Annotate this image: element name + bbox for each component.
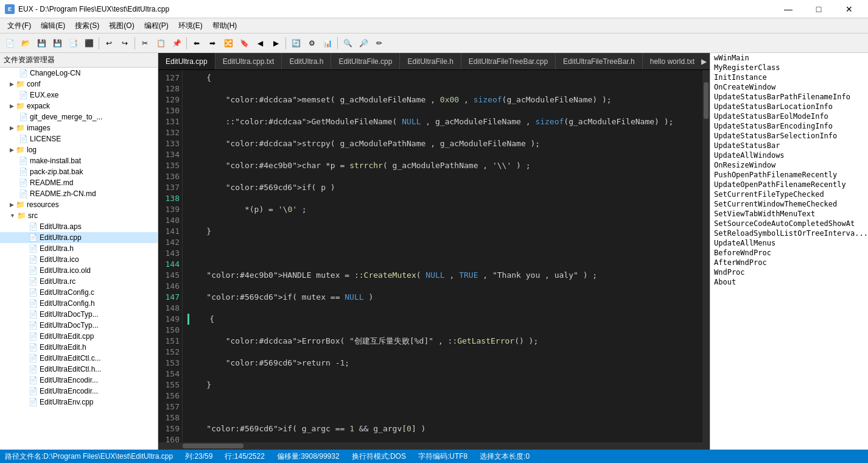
tree-item[interactable]: 📄 EditUltraConfig.h [0,298,158,309]
menu-item[interactable]: 搜索(S) [70,18,104,33]
h-scrollbar[interactable] [158,442,710,450]
tree-item[interactable]: 📄 EditUltraConfig.c [0,287,158,298]
toolbar-save[interactable]: 💾 [34,36,49,51]
symbol-item[interactable]: BeforeWndProc [710,248,868,258]
toolbar-copy[interactable]: 📋 [153,36,168,51]
symbol-item[interactable]: About [710,277,868,287]
tree-item[interactable]: ▼📁 src [0,210,158,221]
toolbar-btn13[interactable]: 🔖 [237,36,251,51]
tree-item[interactable]: 📄 README.zh-CN.md [0,188,158,199]
tree-item[interactable]: 📄 EditUltraEditCtl.c... [0,353,158,364]
symbol-item[interactable]: UpdateAllMenus [710,238,868,248]
tree-item[interactable]: 📄 make-install.bat [0,155,158,166]
tree-item[interactable]: 📄 pack-zip.bat.bak [0,166,158,177]
tabs-scroll-right[interactable]: ▶ [698,53,710,70]
symbol-item[interactable]: InitInstance [710,72,868,82]
h-scroll-thumb[interactable] [183,444,243,448]
tree-item[interactable]: 📄 README.md [0,177,158,188]
tree-item[interactable]: ▶📁 conf [0,79,158,90]
tree-item[interactable]: 📄 EditUltraEncodir... [0,375,158,386]
toolbar-btn5[interactable]: 📑 [66,36,80,51]
symbol-item[interactable]: UpdateStatusBar [710,141,868,150]
tree-item[interactable]: 📄 LICENSE [0,133,158,144]
toolbar-open[interactable]: 📂 [18,36,33,51]
symbol-item[interactable]: UpdateStatusBarLocationInfo [710,102,868,111]
toolbar-btn11[interactable]: ➡ [205,36,220,51]
tab[interactable]: EditUltra.h [282,53,331,69]
toolbar-new[interactable]: 📄 [2,36,17,51]
toolbar-btn6[interactable]: ⬛ [82,36,96,51]
toolbar-cut[interactable]: ✂ [138,36,152,51]
toolbar-btn14[interactable]: ◀ [253,36,267,51]
toolbar-highlight[interactable]: ✏ [372,36,387,51]
symbol-item[interactable]: UpdateStatusBarEncodingInfo [710,121,868,131]
tree-item[interactable]: ▶📁 resources [0,199,158,210]
symbol-item[interactable]: SetSourceCodeAutoCompletedShowAt [710,219,868,228]
menu-item[interactable]: 编辑(E) [36,18,70,33]
symbol-item[interactable]: UpdateOpenPathFilenameRecently [710,180,868,189]
tab[interactable]: EditUltraFile.h [400,53,461,69]
tree-item[interactable]: 📄 git_deve_merge_to_... [0,111,158,122]
symbol-item[interactable]: OnResizeWindow [710,160,868,170]
toolbar-save-all[interactable]: 💾 [50,36,65,51]
tree-item[interactable]: 📄 EditUltra.cpp [0,232,158,243]
code-content[interactable]: { "color:#dcdcaa">memset( g_acModuleFile… [183,70,702,442]
tab[interactable]: EditUltraFileTreeBar.cpp [461,53,556,69]
tree-item[interactable]: ▶📁 expack [0,101,158,111]
toolbar-btn18[interactable]: 📊 [320,36,335,51]
tree-item[interactable]: 📄 EUX.exe [0,90,158,101]
toolbar-btn15[interactable]: ▶ [268,36,283,51]
symbol-item[interactable]: UpdateAllWindows [710,150,868,160]
menu-item[interactable]: 视图(O) [104,18,139,33]
symbol-item[interactable]: WndProc [710,267,868,277]
tab[interactable]: EditUltraFile.cpp [331,53,400,69]
symbol-item[interactable]: SetCurrentFileTypeChecked [710,189,868,199]
tree-item[interactable]: 📄 EditUltra.aps [0,221,158,232]
tab[interactable]: EditUltra.cpp.txt [215,53,282,69]
tree-item[interactable]: 📄 EditUltraEnv.cpp [0,397,158,408]
symbol-item[interactable]: AfterWndProc [710,258,868,267]
toolbar-btn10[interactable]: ⬅ [189,36,204,51]
symbol-item[interactable]: UpdateStatusBarSelectionInfo [710,131,868,141]
toolbar-find-next[interactable]: 🔎 [356,36,371,51]
tree-item[interactable]: 📄 EditUltra.h [0,243,158,254]
toolbar-redo[interactable]: ↪ [117,36,132,51]
tree-item[interactable]: 📄 EditUltra.rc [0,276,158,287]
tab[interactable]: EditUltraFileTreeBar.h [556,53,643,69]
symbol-item[interactable]: SetReloadSymbolListOrTreeInterva... [710,228,868,238]
tree-item[interactable]: 📄 EditUltraEncodir... [0,386,158,397]
symbol-item[interactable]: PushOpenPathFilenameRecently [710,170,868,180]
tree-item[interactable]: ▶📁 images [0,122,158,133]
tree-item[interactable]: 📄 EditUltraDocTyp... [0,309,158,320]
symbol-item[interactable]: SetCurrentWindowThemeChecked [710,199,868,209]
symbol-item[interactable]: OnCreateWindow [710,82,868,92]
toolbar-undo[interactable]: ↩ [102,36,116,51]
symbol-item[interactable]: MyRegisterClass [710,63,868,72]
tree-item[interactable]: 📄 EditUltraEdit.h [0,342,158,353]
editor-scrollbar[interactable] [702,70,710,442]
symbol-item[interactable]: wWinMain [710,53,868,63]
tree-item[interactable]: ▶📁 log [0,144,158,155]
tree-item[interactable]: 📄 ChangeLog-CN [0,68,158,79]
menu-item[interactable]: 编程(P) [139,18,173,33]
symbol-item[interactable]: SetViewTabWidthMenuText [710,209,868,219]
symbol-item[interactable]: UpdateStatusBarEolModeInfo [710,111,868,121]
toolbar-paste[interactable]: 📌 [169,36,184,51]
menu-item[interactable]: 环境(E) [173,18,208,33]
menu-item[interactable]: 帮助(H) [208,18,242,33]
toolbar-btn17[interactable]: ⚙ [304,36,319,51]
symbol-item[interactable]: UpdateStatusBarPathFilenameInfo [710,92,868,102]
toolbar-search[interactable]: 🔍 [340,36,355,51]
minimize-button[interactable]: — [774,0,802,18]
tree-item[interactable]: 📄 EditUltraDocTyp... [0,320,158,331]
tree-item[interactable]: 📄 EditUltraEditCtl.h... [0,364,158,375]
tree-item[interactable]: 📄 EditUltraEdit.cpp [0,331,158,342]
toolbar-btn12[interactable]: 🔀 [221,36,236,51]
tree-item[interactable]: 📄 EditUltra.ico [0,254,158,265]
toolbar-btn16[interactable]: 🔄 [289,36,303,51]
tree-item[interactable]: 📄 EditUltra.ico.old [0,265,158,276]
scroll-thumb[interactable] [704,82,709,119]
menu-item[interactable]: 文件(F) [2,18,36,33]
tab[interactable]: hello world.txt [643,53,699,69]
maximize-button[interactable]: □ [805,0,833,18]
